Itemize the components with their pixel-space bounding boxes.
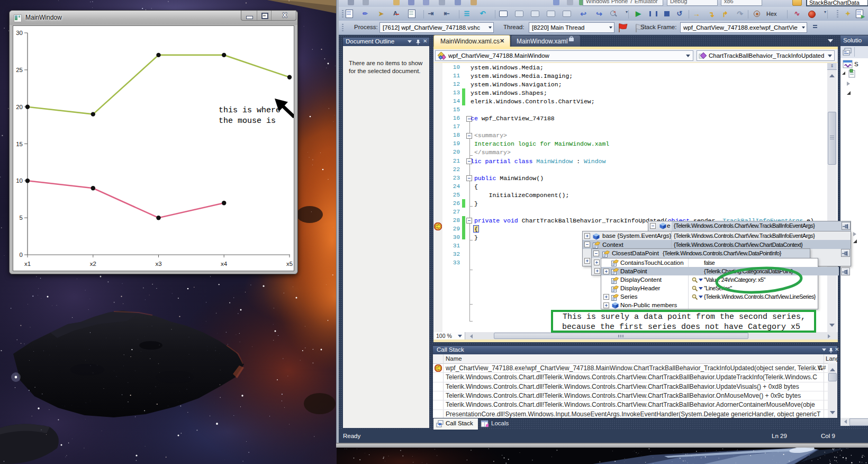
svg-text:x4: x4 <box>221 261 228 267</box>
svg-text:10: 10 <box>16 177 23 184</box>
svg-text:5: 5 <box>20 215 23 221</box>
svg-text:15: 15 <box>16 141 23 147</box>
svg-text:x2: x2 <box>90 261 96 267</box>
svg-text:30: 30 <box>16 30 23 36</box>
svg-text:20: 20 <box>16 104 23 110</box>
svg-text:25: 25 <box>16 67 23 73</box>
svg-text:x5: x5 <box>286 261 293 267</box>
svg-text:0: 0 <box>20 252 23 258</box>
svg-text:x1: x1 <box>24 261 31 267</box>
svg-text:x3: x3 <box>155 261 161 267</box>
svg-text:the mouse is: the mouse is <box>219 117 276 126</box>
svg-text:this is where: this is where <box>219 106 281 115</box>
